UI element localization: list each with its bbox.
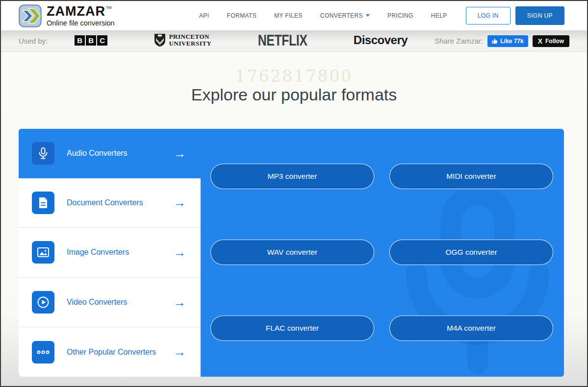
nav-item-formats[interactable]: FORMATS [227, 12, 257, 19]
princeton-logo: PRINCETON UNIVERSITY [154, 33, 212, 48]
sidebar-item-video-converters[interactable]: Video Converters → [19, 278, 201, 328]
sidebar-item-label: Image Converters [67, 248, 129, 257]
brand-tagline: Online file conversion [47, 19, 115, 27]
converters-content: MP3 converter MIDI converter WAV convert… [201, 129, 564, 377]
zamzar-logo[interactable]: ZAMZAR TM Online file conversion [19, 4, 115, 27]
partner-logos: B B C PRINCETON UNIVERSITY NETFLIX Disco… [48, 33, 435, 48]
sign-up-button[interactable]: SIGN UP [515, 6, 564, 25]
midi-converter-button[interactable]: MIDI converter [389, 164, 553, 189]
bbc-letter: B [86, 35, 96, 46]
log-in-button[interactable]: LOG IN [466, 7, 511, 24]
thumbs-up-icon [492, 38, 498, 44]
m4a-converter-button[interactable]: M4A converter [389, 315, 553, 341]
nav-item-api[interactable]: API [199, 12, 209, 19]
like-count-label: Like 77k [500, 38, 523, 45]
brand-name: ZAMZAR [47, 5, 105, 18]
main-section: 1762817800 Explore our popular formats A… [1, 52, 587, 386]
arrow-right-icon: → [174, 246, 186, 259]
conversion-counter: 1762817800 [1, 67, 587, 86]
video-play-icon [32, 291, 54, 314]
bbc-letter: C [97, 35, 107, 46]
chevron-down-icon [366, 14, 370, 17]
nav-item-pricing[interactable]: PRICING [387, 12, 413, 19]
princeton-text-line2: UNIVERSITY [169, 40, 212, 47]
sidebar-item-label: Video Converters [67, 298, 127, 307]
image-icon [32, 241, 54, 264]
nav-menu: API FORMATS MY FILES CONVERTERS PRICING … [199, 12, 447, 19]
popular-formats-panel: Audio Converters → Document Converters → [19, 129, 564, 377]
converter-categories-sidebar: Audio Converters → Document Converters → [19, 129, 201, 377]
x-logo-icon: X [538, 37, 542, 45]
mp3-converter-button[interactable]: MP3 converter [210, 164, 374, 189]
follow-label: Follow [545, 38, 564, 45]
sidebar-item-label: Audio Converters [67, 149, 128, 158]
used-by-label: Used by: [19, 37, 48, 45]
top-navbar: ZAMZAR TM Online file conversion API FOR… [1, 1, 587, 30]
sidebar-item-image-converters[interactable]: Image Converters → [19, 228, 201, 278]
sidebar-item-audio-converters[interactable]: Audio Converters → [19, 129, 201, 178]
sidebar-item-other-popular-converters[interactable]: Other Popular Converters → [19, 327, 201, 377]
princeton-text-line1: PRINCETON [169, 33, 212, 40]
zamzar-logo-icon [19, 4, 42, 27]
sidebar-item-document-converters[interactable]: Document Converters → [19, 178, 201, 228]
flac-converter-button[interactable]: FLAC converter [210, 315, 374, 341]
arrow-right-icon: → [174, 346, 186, 358]
nav-item-my-files[interactable]: MY FILES [274, 12, 303, 19]
page-title: Explore our popular formats [1, 85, 587, 104]
x-follow-button[interactable]: X Follow [533, 35, 569, 47]
ellipsis-icon [32, 341, 54, 363]
arrow-right-icon: → [174, 196, 186, 209]
trademark-symbol: TM [106, 5, 112, 10]
princeton-shield-icon [154, 33, 166, 47]
discovery-logo: Discovery [354, 33, 408, 47]
sidebar-item-label: Document Converters [67, 198, 143, 207]
ogg-converter-button[interactable]: OGG converter [389, 240, 553, 265]
wav-converter-button[interactable]: WAV converter [210, 240, 374, 265]
arrow-right-icon: → [174, 296, 186, 309]
converter-buttons-grid: MP3 converter MIDI converter WAV convert… [201, 129, 564, 341]
bbc-logo: B B C [75, 35, 107, 46]
arrow-right-icon: → [174, 147, 186, 160]
document-icon [32, 192, 54, 214]
share-zamzar: Share Zamzar: Like 77k X Follow [435, 35, 569, 47]
facebook-like-button[interactable]: Like 77k [487, 35, 528, 47]
nav-item-help[interactable]: HELP [431, 12, 447, 19]
nav-item-converters[interactable]: CONVERTERS [320, 12, 370, 19]
bbc-letter: B [75, 35, 85, 46]
share-label: Share Zamzar: [435, 37, 483, 45]
netflix-logo: NETFLIX [258, 31, 307, 49]
microphone-icon [32, 142, 54, 165]
sidebar-item-label: Other Popular Converters [67, 348, 156, 357]
used-by-bar: Used by: B B C PRINCETON UNIVERSITY NETF… [1, 30, 587, 52]
